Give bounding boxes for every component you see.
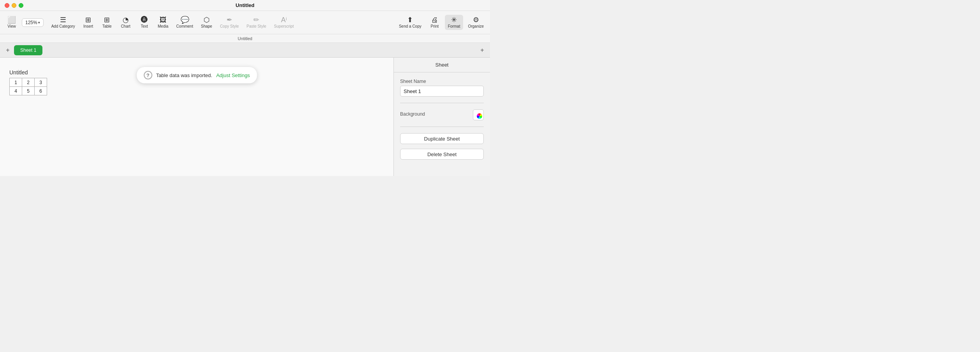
paste-style-label: Paste Style xyxy=(247,24,267,28)
table-cell[interactable]: 4 xyxy=(10,87,22,95)
table-label: Table xyxy=(102,24,112,28)
minimize-button[interactable] xyxy=(12,3,16,8)
table-cell[interactable]: 6 xyxy=(35,87,47,95)
table-cell[interactable]: 3 xyxy=(35,78,47,87)
sheet-name-section: Sheet Name xyxy=(400,79,484,97)
maximize-button[interactable] xyxy=(19,3,23,8)
add-category-label: Add Category xyxy=(51,24,75,28)
send-copy-button[interactable]: ⬆ Send a Copy xyxy=(396,15,425,30)
background-section: Background xyxy=(400,109,484,120)
paste-style-button[interactable]: ✏ Paste Style xyxy=(244,15,270,30)
background-label: Background xyxy=(400,111,425,117)
spreadsheet-title: Untitled xyxy=(9,69,28,76)
background-color-swatch[interactable] xyxy=(473,109,484,120)
panel-title: Sheet xyxy=(436,62,449,68)
title-bar: Untitled xyxy=(0,0,490,11)
media-button[interactable]: 🖼 Media xyxy=(155,15,172,30)
table-cell[interactable]: 2 xyxy=(22,78,35,87)
traffic-lights xyxy=(5,3,23,8)
sheet-name-input[interactable] xyxy=(400,86,484,97)
panel-header: Sheet xyxy=(394,58,490,72)
toast-help-icon: ? xyxy=(144,71,152,79)
add-category-icon: ☰ xyxy=(60,16,66,23)
text-icon: 🅐 xyxy=(141,16,148,23)
format-icon: ✳ xyxy=(451,16,457,23)
zoom-value: 125% xyxy=(25,20,37,25)
doc-title-bar: Untitled xyxy=(0,34,490,43)
panel-divider-2 xyxy=(400,127,484,127)
copy-style-icon: ✒ xyxy=(227,16,232,23)
format-label: Format xyxy=(448,24,460,28)
doc-title-text: Untitled xyxy=(238,36,252,41)
print-button[interactable]: 🖨 Print xyxy=(426,15,443,30)
format-button[interactable]: ✳ Format xyxy=(445,15,464,30)
organize-label: Organize xyxy=(468,24,484,28)
superscript-button[interactable]: Aⁱ Superscript xyxy=(271,15,297,30)
media-icon: 🖼 xyxy=(160,16,167,23)
window-title: Untitled xyxy=(235,2,254,8)
organize-button[interactable]: ⚙ Organize xyxy=(465,15,487,30)
superscript-icon: Aⁱ xyxy=(281,16,287,23)
close-button[interactable] xyxy=(5,3,9,8)
sheets-bar: + Sheet 1 + xyxy=(0,43,490,58)
panel-divider-1 xyxy=(400,103,484,103)
insert-button[interactable]: ⊞ Insert xyxy=(80,15,97,30)
send-copy-label: Send a Copy xyxy=(399,24,422,28)
chart-label: Chart xyxy=(121,24,130,28)
print-label: Print xyxy=(430,24,439,28)
adjust-settings-button[interactable]: Adjust Settings xyxy=(216,72,250,78)
shape-icon: ⬡ xyxy=(204,16,210,23)
copy-style-label: Copy Style xyxy=(220,24,239,28)
panel-body: Sheet Name Background Duplicate Sheet De… xyxy=(394,72,490,166)
add-category-button[interactable]: ☰ Add Category xyxy=(48,15,78,30)
copy-style-button[interactable]: ✒ Copy Style xyxy=(217,15,242,30)
chart-icon: ◔ xyxy=(123,16,129,23)
print-icon: 🖨 xyxy=(431,16,438,23)
insert-icon: ⊞ xyxy=(85,16,91,23)
view-button[interactable]: ⬜ View xyxy=(3,15,20,30)
sheet-name-label: Sheet Name xyxy=(400,79,484,84)
delete-sheet-button[interactable]: Delete Sheet xyxy=(400,149,484,160)
table-cell[interactable]: 5 xyxy=(22,87,35,95)
chart-button[interactable]: ◔ Chart xyxy=(117,15,134,30)
spreadsheet-table: 123456 xyxy=(9,78,47,95)
right-panel: Sheet Sheet Name Background Duplicate Sh… xyxy=(393,58,490,176)
media-label: Media xyxy=(158,24,168,28)
toast-message: Table data was imported. xyxy=(156,72,213,78)
table-button[interactable]: ⊞ Table xyxy=(98,15,116,30)
text-label: Text xyxy=(141,24,148,28)
duplicate-sheet-button[interactable]: Duplicate Sheet xyxy=(400,133,484,144)
table-cell[interactable]: 1 xyxy=(10,78,22,87)
sheet-tab-1[interactable]: Sheet 1 xyxy=(14,45,42,55)
chevron-down-icon: ▾ xyxy=(38,21,40,25)
view-icon: ⬜ xyxy=(7,16,16,23)
paste-style-icon: ✏ xyxy=(253,16,259,23)
shape-button[interactable]: ⬡ Shape xyxy=(198,15,215,30)
table-icon: ⊞ xyxy=(104,16,110,23)
send-copy-icon: ⬆ xyxy=(407,16,413,23)
zoom-button[interactable]: 125% ▾ xyxy=(22,18,44,27)
view-label: View xyxy=(7,24,16,28)
notification-toast: ? Table data was imported. Adjust Settin… xyxy=(137,67,257,83)
canvas-area[interactable]: ? Table data was imported. Adjust Settin… xyxy=(0,58,393,176)
shape-label: Shape xyxy=(201,24,212,28)
organize-icon: ⚙ xyxy=(473,16,479,23)
comment-label: Comment xyxy=(176,24,193,28)
comment-icon: 💬 xyxy=(181,16,189,23)
toolbar: ⬜ View 125% ▾ ☰ Add Category ⊞ Insert ⊞ … xyxy=(0,11,490,34)
add-sheet-button[interactable]: + xyxy=(3,46,12,55)
insert-label: Insert xyxy=(83,24,93,28)
sheet-panel-add[interactable]: + xyxy=(478,46,487,55)
superscript-label: Superscript xyxy=(274,24,294,28)
text-button[interactable]: 🅐 Text xyxy=(136,15,153,30)
comment-button[interactable]: 💬 Comment xyxy=(173,15,196,30)
main-area: ? Table data was imported. Adjust Settin… xyxy=(0,58,490,176)
